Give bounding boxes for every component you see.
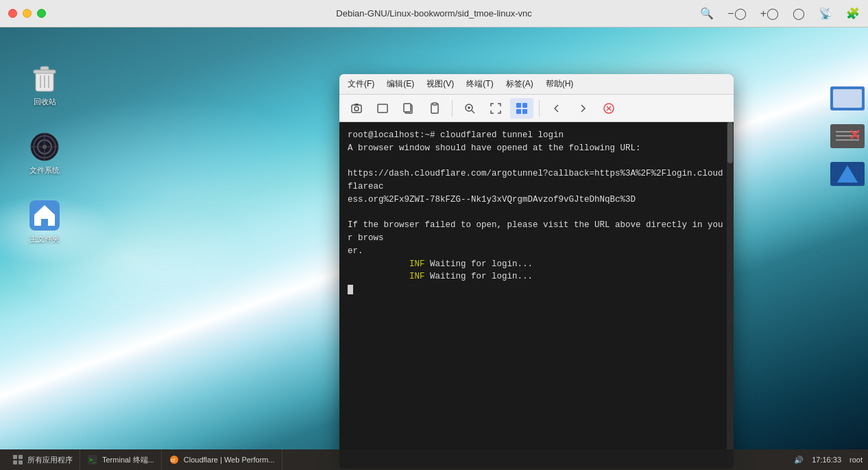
taskbar-network-icon: 🔊 — [794, 456, 804, 465]
svg-point-16 — [354, 106, 359, 110]
right-panel-item-1[interactable] — [830, 83, 865, 114]
trash-icon-label: 回收站 — [34, 97, 56, 106]
menu-help[interactable]: 帮助(H) — [546, 78, 574, 90]
svg-rect-35 — [833, 89, 862, 108]
vnc-menubar: 文件(F) 编辑(E) 视图(V) 终端(T) 标签(A) 帮助(H) — [339, 74, 734, 95]
svg-rect-18 — [378, 104, 387, 113]
taskbar-cloudflare-item[interactable]: cf Cloudflare | Web Perform... — [162, 449, 282, 470]
maximize-button[interactable] — [37, 9, 46, 18]
extensions-icon[interactable]: 🧩 — [846, 7, 860, 20]
toolbar-multiview-btn[interactable] — [510, 98, 533, 119]
toolbar-rect-btn[interactable] — [371, 98, 394, 119]
terminal-line-2: A browser window should have opened at t… — [348, 142, 725, 155]
svg-rect-15 — [352, 105, 361, 113]
zoom-in-icon[interactable]: +◯ — [760, 7, 779, 20]
zoom-reset-icon[interactable]: ◯ — [793, 7, 805, 20]
svg-text:cf: cf — [171, 457, 176, 463]
terminal-line-5 — [348, 207, 725, 220]
toolbar-back-btn[interactable] — [545, 98, 568, 119]
filesystem-icon-image — [28, 130, 61, 163]
svg-rect-44 — [13, 455, 17, 459]
taskbar-cloudflare-label: Cloudflare | Web Perform... — [184, 456, 275, 464]
taskbar: 所有应用程序 >_ Terminal 终端... cf Cloudflare |… — [0, 449, 868, 470]
close-button[interactable] — [8, 9, 17, 18]
toolbar-fullscreen-btn[interactable] — [484, 98, 507, 119]
svg-rect-30 — [522, 109, 527, 114]
svg-rect-27 — [516, 103, 521, 108]
menu-file[interactable]: 文件(F) — [348, 78, 374, 90]
vnc-scrollbar[interactable] — [727, 122, 734, 469]
taskbar-apps-label: 所有应用程序 — [27, 455, 73, 465]
filesystem-icon-label: 文件系统 — [29, 166, 60, 175]
terminal-cursor-line — [348, 283, 725, 296]
svg-text:>_: >_ — [89, 457, 96, 463]
terminal-line-7: INF Waiting for login... — [348, 258, 725, 271]
trash-icon-image — [28, 62, 61, 95]
zoom-out-icon[interactable]: −◯ — [727, 7, 746, 20]
desktop-icon-trash[interactable]: 回收站 — [21, 62, 69, 106]
titlebar-right-icons: 🔍 −◯ +◯ ◯ 📡 🧩 — [700, 7, 860, 20]
taskbar-right: 🔊 17:16:33 root — [794, 456, 863, 465]
toolbar-screenshot-btn[interactable] — [345, 98, 368, 119]
toolbar-sep-2 — [539, 100, 540, 117]
svg-rect-46 — [13, 460, 17, 465]
toolbar-sep-1 — [452, 100, 453, 117]
desktop-icon-filesystem[interactable]: 文件系统 — [21, 130, 69, 175]
menu-edit[interactable]: 编辑(E) — [387, 78, 414, 90]
right-panel-item-2[interactable] — [830, 121, 865, 152]
toolbar-clipboard-btn[interactable] — [423, 98, 446, 119]
taskbar-apps-button[interactable]: 所有应用程序 — [5, 449, 80, 470]
taskbar-terminal-label: Terminal 终端... — [102, 455, 154, 465]
right-panel-item-3[interactable] — [830, 158, 865, 189]
svg-rect-1 — [34, 70, 56, 73]
menu-view[interactable]: 视图(V) — [426, 78, 454, 90]
terminal-icon: >_ — [87, 454, 98, 465]
svg-rect-22 — [433, 103, 437, 105]
menu-terminal[interactable]: 终端(T) — [466, 78, 493, 90]
svg-rect-47 — [19, 460, 23, 465]
desktop-icon-home[interactable]: 主文件夹 — [21, 199, 69, 244]
toolbar-disconnect-btn[interactable] — [597, 98, 620, 119]
vnc-terminal-window: 文件(F) 编辑(E) 视图(V) 终端(T) 标签(A) 帮助(H) — [339, 74, 734, 469]
terminal-line-8: INF Waiting for login... — [348, 270, 725, 283]
vnc-terminal-content[interactable]: root@localhost:~# cloudflared tunnel log… — [339, 122, 734, 469]
minimize-button[interactable] — [23, 9, 32, 18]
window-title: Debian-GNU/Linux-bookworm/sid_tmoe-linux… — [336, 8, 531, 19]
terminal-line-4: https://dash.cloudflare.com/argotunnel?c… — [348, 167, 725, 206]
svg-rect-17 — [354, 104, 359, 106]
search-icon[interactable]: 🔍 — [700, 7, 714, 20]
toolbar-zoom-in-btn[interactable] — [458, 98, 481, 119]
terminal-line-3 — [348, 155, 725, 168]
titlebar: Debian-GNU/Linux-bookworm/sid_tmoe-linux… — [0, 0, 868, 27]
taskbar-time: 17:16:33 — [812, 456, 841, 464]
terminal-line-6: If the browser failed to open, please vi… — [348, 219, 725, 257]
svg-line-24 — [472, 110, 474, 113]
terminal-line-1: root@localhost:~# cloudflared tunnel log… — [348, 129, 725, 142]
home-icon-image — [28, 199, 61, 232]
apps-grid-icon — [12, 454, 23, 465]
svg-rect-20 — [404, 104, 411, 112]
taskbar-terminal-item[interactable]: >_ Terminal 终端... — [80, 449, 162, 470]
right-panel — [827, 79, 868, 216]
scrollbar-thumb[interactable] — [727, 122, 733, 163]
desktop: 回收站 文件系统 主文件夹 文件( — [0, 27, 868, 470]
menu-tabs[interactable]: 标签(A) — [506, 78, 533, 90]
svg-rect-14 — [41, 219, 48, 226]
traffic-lights — [8, 9, 46, 18]
home-icon-label: 主文件夹 — [29, 235, 60, 244]
cast-icon[interactable]: 📡 — [819, 7, 832, 20]
toolbar-forward-btn[interactable] — [571, 98, 594, 119]
svg-rect-28 — [522, 103, 527, 108]
vnc-toolbar — [339, 95, 734, 122]
toolbar-copy-btn[interactable] — [397, 98, 420, 119]
svg-rect-29 — [516, 109, 521, 114]
svg-rect-45 — [19, 455, 23, 459]
svg-rect-2 — [40, 67, 49, 70]
cloudflare-icon: cf — [169, 454, 180, 465]
taskbar-user: root — [849, 456, 863, 464]
